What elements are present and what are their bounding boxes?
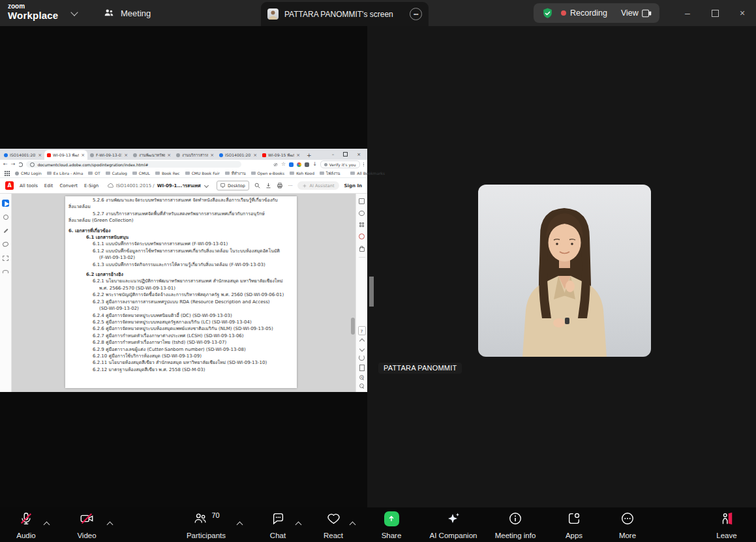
text-box-tool-icon[interactable] <box>2 254 9 262</box>
chat-button[interactable]: Chat <box>257 511 299 539</box>
forward-icon[interactable]: → <box>11 162 16 167</box>
zoom-out-icon[interactable]: - <box>359 384 364 388</box>
browser-maximize-button[interactable] <box>343 152 348 157</box>
download-icon[interactable] <box>265 183 271 188</box>
pdf-view-area[interactable]: 5.2.6 งานพัฒนาและจัดระบบทรัพยากรสารสนเทศ… <box>12 194 355 392</box>
share-button[interactable]: Share <box>370 511 412 539</box>
leave-button[interactable]: Leave <box>706 511 748 539</box>
close-button[interactable]: × <box>729 0 756 26</box>
video-options-chevron-up-icon[interactable] <box>105 520 114 529</box>
lasso-tool-icon[interactable] <box>2 241 9 248</box>
bookmark-item[interactable]: CMU Login <box>15 171 42 175</box>
browser-tab[interactable]: F-WI-09-13-01 แบ × <box>87 150 130 160</box>
tab-close-icon[interactable]: × <box>296 153 300 158</box>
verify-button[interactable]: Verify it's you <box>320 160 360 168</box>
bookmark-item[interactable]: CMUL <box>132 171 150 175</box>
video-button[interactable]: Video <box>66 511 108 539</box>
tab-close-icon[interactable]: × <box>167 153 171 158</box>
downloads-icon[interactable]: ↓ <box>312 162 317 167</box>
browser-tab[interactable]: WI-09-15 พัฒนาร × <box>260 150 303 160</box>
organize-pages-grid-icon[interactable] <box>359 222 365 228</box>
browser-minimize-button[interactable]: – <box>332 152 335 157</box>
tab-meeting[interactable]: Meeting <box>103 0 151 26</box>
bookmark-item[interactable]: Ex Libra - Alma <box>47 171 83 175</box>
chrome-apps-grid-icon[interactable] <box>5 171 10 176</box>
save-export-icon[interactable] <box>359 198 365 204</box>
tab-close-icon[interactable]: × <box>38 153 42 158</box>
tab-close-icon[interactable]: × <box>210 153 214 158</box>
view-button[interactable]: View <box>621 8 652 18</box>
react-options-chevron-up-icon[interactable] <box>348 520 357 529</box>
maximize-button[interactable] <box>701 0 729 26</box>
previous-page-chevron-up-icon[interactable] <box>359 339 364 344</box>
ai-assistant-button[interactable]: AI Assistant <box>297 181 339 190</box>
apps-button[interactable]: Apps <box>553 511 595 539</box>
browser-tab[interactable]: ISO14001:2015 - ไ × <box>217 150 260 160</box>
profile-ring-icon[interactable] <box>297 162 301 167</box>
browser-close-button[interactable]: × <box>357 152 361 157</box>
more-button[interactable]: More <box>607 511 648 539</box>
audio-button[interactable]: Audio <box>5 511 47 539</box>
zoom-in-icon[interactable]: + <box>359 375 364 380</box>
reload-icon[interactable] <box>18 162 23 167</box>
browser-tab[interactable]: ISO14001:2015 - ไ × <box>1 150 44 160</box>
pdf-scrollbar-thumb[interactable] <box>351 318 355 335</box>
acrobat-logo-icon[interactable]: A <box>5 181 14 190</box>
bookmark-item[interactable]: OT <box>88 171 100 175</box>
menu-esign[interactable]: E-Sign <box>84 183 98 188</box>
new-tab-button[interactable]: + <box>303 152 316 160</box>
menu-convert[interactable]: Convert <box>59 183 78 188</box>
meeting-info-button[interactable]: Meeting info <box>484 511 547 539</box>
all-bookmarks-button[interactable]: All Bookmarks <box>350 171 385 175</box>
extension-icon-gray[interactable] <box>305 162 309 167</box>
open-on-desktop-button[interactable]: Desktop <box>217 181 249 190</box>
more-tools-ellipsis-icon[interactable]: ··· <box>288 183 293 188</box>
extension-icon-blue[interactable] <box>289 162 294 167</box>
bookmark-item[interactable]: Catalog <box>106 171 127 175</box>
stamp-red-icon[interactable] <box>359 233 365 239</box>
workspace-chevron-down-icon[interactable] <box>70 8 78 16</box>
tab-close-icon[interactable]: × <box>81 153 85 158</box>
browser-menu-kebab-icon[interactable] <box>363 162 365 167</box>
print-icon[interactable] <box>277 183 283 188</box>
tab-screen-share[interactable]: PATTARA PANOMMIT's screen ••• <box>261 2 429 26</box>
bookmark-item[interactable]: CMU Book Fair <box>185 171 220 175</box>
address-bar[interactable]: documentcloud.adobe.com/spodintegration/… <box>26 161 241 168</box>
bookmark-star-icon[interactable]: ☆ <box>281 162 286 167</box>
tab-close-icon[interactable]: × <box>253 153 257 158</box>
shared-screen-scrollbar[interactable] <box>369 277 374 307</box>
zoom-tool-icon[interactable] <box>2 213 9 220</box>
participant-video-tile[interactable] <box>478 185 651 357</box>
chat-options-chevron-up-icon[interactable] <box>294 520 303 529</box>
bookmark-item[interactable]: ที่ทำงาน <box>225 170 246 177</box>
page-number-box[interactable]: 7 <box>358 326 366 335</box>
protect-lock-icon[interactable] <box>359 245 365 251</box>
document-breadcrumb[interactable]: ISO14001:2015 / WI-09-1...ารสนเทศ <box>108 182 208 189</box>
next-page-chevron-down-icon[interactable] <box>359 346 364 352</box>
bookmark-item[interactable]: Book Rec <box>155 171 180 175</box>
bookmark-item[interactable]: Koh Kood <box>290 171 314 175</box>
menu-edit[interactable]: Edit <box>44 183 53 188</box>
site-info-icon[interactable] <box>30 162 35 167</box>
tab-close-icon[interactable]: × <box>124 153 128 158</box>
react-button[interactable]: React <box>312 511 354 539</box>
ai-companion-button[interactable]: AI Companion <box>422 511 485 539</box>
participants-options-chevron-up-icon[interactable] <box>235 520 244 529</box>
participants-button[interactable]: 70 Participants <box>174 511 239 539</box>
audio-options-chevron-up-icon[interactable] <box>42 520 51 529</box>
search-icon[interactable] <box>254 183 260 188</box>
menu-all-tools[interactable]: All tools <box>20 183 38 188</box>
stamp-tool-icon[interactable] <box>2 268 9 275</box>
browser-tab[interactable]: WI-09-13 พัฒนาแ × <box>44 150 87 160</box>
sign-in-button[interactable]: Sign In <box>344 183 362 188</box>
rotate-page-icon[interactable] <box>359 355 365 361</box>
back-icon[interactable]: ← <box>3 162 8 167</box>
bookmark-item[interactable]: Open e-Books <box>251 171 285 175</box>
bookmark-item[interactable]: ไฟล์งาน <box>320 170 340 177</box>
fit-page-icon[interactable] <box>359 365 365 371</box>
tab-options-ellipsis-icon[interactable]: ••• <box>410 8 422 20</box>
shield-check-icon[interactable] <box>541 7 554 20</box>
browser-tab[interactable]: งานบริการสารสนเ × <box>174 150 217 160</box>
minimize-button[interactable]: – <box>674 0 701 26</box>
eye-hidden-icon[interactable] <box>273 162 278 167</box>
